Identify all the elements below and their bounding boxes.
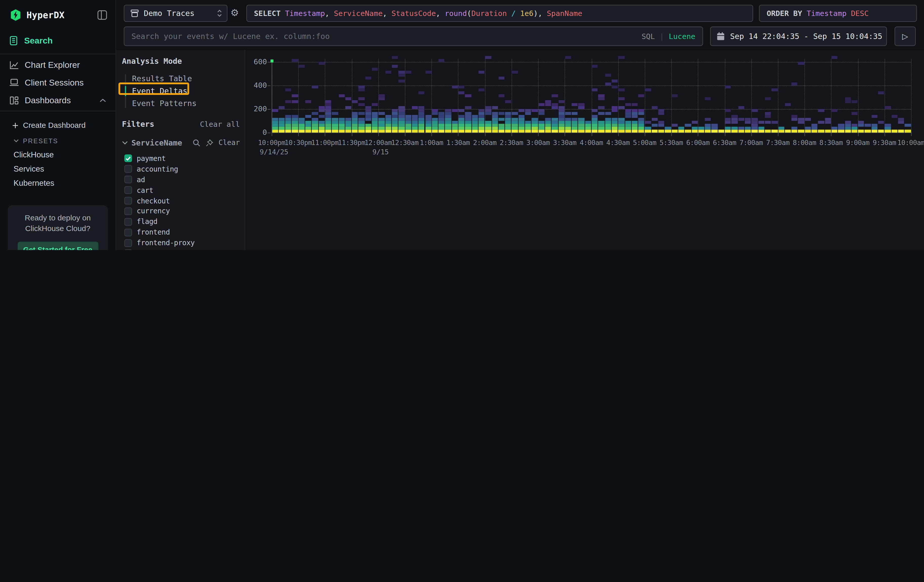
heatmap-cell: [285, 127, 292, 130]
sidebar-item-kubernetes[interactable]: Kubernetes: [0, 176, 116, 190]
query-token: round: [445, 9, 467, 18]
sidebar-item-dashboards[interactable]: Dashboards: [0, 91, 116, 109]
heatmap-cell: [825, 118, 831, 121]
heatmap-cell: [672, 94, 678, 97]
sidebar-item-chart-explorer[interactable]: Chart Explorer: [0, 56, 116, 74]
heatmap-cell: [345, 118, 351, 121]
checkbox[interactable]: [124, 165, 132, 173]
time-range-picker[interactable]: Sep 14 22:04:35 - Sep 15 10:04:35: [710, 26, 887, 46]
filter-option[interactable]: flagd: [122, 217, 240, 227]
filter-option[interactable]: checkout: [122, 195, 240, 206]
heatmap-cell: [731, 127, 738, 130]
checkbox[interactable]: [124, 208, 132, 215]
sidebar-item-clickhouse[interactable]: ClickHouse: [0, 147, 116, 162]
gridline-vertical: [778, 59, 778, 133]
query-token: SpanName: [547, 9, 582, 18]
filter-option[interactable]: load-generator: [122, 248, 240, 250]
duration-heatmap-chart[interactable]: 10:00pm10:30pm11:00pm11:30pm12:00am12:30…: [246, 50, 924, 250]
analysis-mode-option[interactable]: Event Deltas: [125, 85, 240, 97]
heatmap-cell: [725, 130, 731, 132]
filter-option[interactable]: frontend: [122, 227, 240, 237]
checkbox-checked[interactable]: [124, 155, 132, 162]
orderby-input[interactable]: ORDER BY Timestamp DESC: [759, 5, 917, 22]
sql-toggle[interactable]: SQL: [642, 32, 655, 41]
select-query-input[interactable]: SELECT Timestamp, ServiceName, StatusCod…: [246, 5, 753, 22]
search-icon[interactable]: [193, 139, 200, 147]
facet-list: ServiceNameClearpaymentaccountingadcartc…: [122, 137, 240, 250]
sidebar-item-services[interactable]: Services: [0, 162, 116, 176]
checkbox[interactable]: [124, 186, 132, 194]
filter-option[interactable]: currency: [122, 206, 240, 217]
heatmap-cell: [398, 71, 404, 73]
heatmap-cell: [358, 112, 365, 115]
x-tick-label: 12:00am: [365, 138, 392, 147]
heatmap-cell: [711, 130, 718, 132]
checkbox[interactable]: [124, 218, 132, 226]
gridline-horizontal: [272, 62, 911, 63]
checkbox[interactable]: [124, 176, 132, 183]
sidebar-item-client-sessions[interactable]: Client Sessions: [0, 74, 116, 91]
sidebar-collapse-icon[interactable]: [97, 10, 107, 20]
checkbox[interactable]: [124, 197, 132, 204]
get-started-button[interactable]: Get Started for Free: [17, 242, 98, 250]
filter-option-label: payment: [137, 154, 166, 163]
gear-icon[interactable]: ⚙: [231, 6, 239, 20]
heatmap-cell: [452, 121, 458, 124]
clear-all-button[interactable]: Clear all: [200, 120, 240, 129]
source-select[interactable]: Demo Traces: [124, 5, 228, 22]
heatmap-cell: [345, 124, 351, 127]
filter-option[interactable]: payment: [122, 153, 240, 164]
heatmap-cell: [432, 121, 438, 124]
heatmap-cell: [838, 130, 844, 132]
analysis-mode-option[interactable]: Results Table: [125, 73, 240, 85]
checkbox[interactable]: [124, 239, 132, 247]
heatmap-cell: [305, 124, 312, 127]
heatmap-cell: [552, 130, 558, 132]
filter-option[interactable]: frontend-proxy: [122, 237, 240, 248]
heatmap-cell: [459, 115, 465, 118]
topbar: Demo Traces ⚙ SELECT Timestamp, ServiceN…: [116, 0, 924, 50]
create-dashboard-label: Create Dashboard: [23, 121, 86, 130]
heatmap-cell: [292, 94, 298, 97]
heatmap-cell: [618, 106, 624, 109]
heatmap-cell: [412, 121, 418, 124]
create-dashboard-button[interactable]: Create Dashboard: [0, 117, 116, 133]
analysis-mode-option[interactable]: Event Patterns: [125, 97, 240, 110]
run-query-button[interactable]: ▷: [895, 26, 916, 46]
facet-actions: Clear: [193, 138, 240, 147]
heatmap-cell: [352, 115, 358, 118]
filter-option-label: accounting: [137, 165, 178, 173]
heatmap-cell: [572, 127, 578, 130]
heatmap-cell: [705, 124, 711, 127]
chevron-up-icon[interactable]: [100, 98, 106, 102]
heatmap-cell: [525, 130, 531, 132]
heatmap-cell: [425, 71, 431, 73]
checkbox[interactable]: [124, 249, 132, 250]
filter-option[interactable]: cart: [122, 185, 240, 196]
heatmap-cell: [538, 109, 544, 112]
heatmap-cell: [459, 92, 465, 94]
sidebar-item-search[interactable]: Search: [0, 31, 116, 54]
heatmap-cell: [858, 121, 864, 124]
lucene-toggle[interactable]: Lucene: [669, 32, 695, 41]
sidebar-nav-group: Chart Explorer Client Sessions: [0, 54, 116, 111]
pin-icon[interactable]: [206, 139, 213, 147]
heatmap-cell: [318, 109, 325, 112]
heatmap-cell: [905, 130, 911, 132]
heatmap-cell: [285, 121, 292, 124]
heatmap-cell: [558, 112, 564, 115]
filter-option[interactable]: ad: [122, 174, 240, 185]
search-input[interactable]: [124, 32, 641, 41]
heatmap-cell: [318, 121, 325, 124]
presets-toggle[interactable]: PRESETS: [0, 133, 116, 147]
facet-clear-button[interactable]: Clear: [219, 138, 240, 147]
heatmap-cell: [432, 124, 438, 127]
heatmap-cell: [558, 115, 564, 118]
app-title: HyperDX: [26, 10, 65, 20]
heatmap-cell: [398, 106, 404, 109]
filter-option-label: checkout: [137, 196, 170, 205]
sidebar-item-label: Client Sessions: [25, 77, 84, 87]
heatmap-cell: [392, 121, 398, 124]
checkbox[interactable]: [124, 229, 132, 236]
filter-option[interactable]: accounting: [122, 164, 240, 174]
